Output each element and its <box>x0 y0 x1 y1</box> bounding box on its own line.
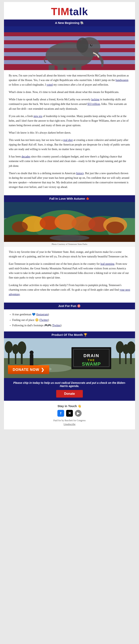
section1-p3: While I hate to speak badly about a frie… <box>9 97 130 111</box>
donate-now-arrow: ❯ <box>41 367 44 372</box>
section-new-beginning: A New Beginning 🐘 <box>4 20 135 195</box>
autumn-svg <box>4 202 135 242</box>
svg-point-42 <box>17 342 26 354</box>
svg-point-46 <box>116 341 124 353</box>
svg-rect-43 <box>30 354 33 366</box>
donate-now-label: DONATE NOW <box>13 368 39 372</box>
twitter-link-1[interactable]: Twitter <box>40 318 48 322</box>
header-talk: talk <box>69 6 88 17</box>
section1-p4: If you ask me, a fresh new era of leader… <box>9 114 130 128</box>
facebook-icon[interactable]: f <box>57 410 64 417</box>
svg-point-31 <box>12 221 28 232</box>
section3-content: → A true gentleman 💙 (Instagram) → Feeli… <box>4 309 135 332</box>
svg-point-50 <box>127 342 135 354</box>
donate-banner-text: Please chip in today to help us oust rad… <box>10 381 129 388</box>
fun-item-3: → Following in dad's footsteps 🎮🎮 (Twitt… <box>9 323 130 328</box>
section1-p2: What's done is done. Now, it's time to l… <box>9 90 130 94</box>
section1-banner: A New Beginning 🐘 <box>4 20 135 26</box>
unsubscribe-link[interactable]: Unsubscribe <box>64 423 75 426</box>
section2-banner: Fall In Love With Autumn 🍁 <box>4 195 135 202</box>
next-adventure-link[interactable]: your next adventure <box>9 288 130 296</box>
leaf-peeping-link[interactable]: leaf-peeping <box>101 262 114 265</box>
fun-item-1: → A true gentleman 💙 (Instagram) <box>9 312 130 317</box>
svg-point-44 <box>30 350 33 354</box>
lacking-link[interactable]: lacking <box>91 98 99 101</box>
social-icons: f ✕ ▶ <box>7 410 132 417</box>
instagram-link[interactable]: Instagram <box>37 313 48 316</box>
autumn-image <box>4 202 135 242</box>
svg-rect-18 <box>75 65 81 70</box>
hero-image <box>4 26 135 70</box>
section-just-for-fun: Just For Fun 🎯 → A true gentleman 💙 (Ins… <box>4 302 135 332</box>
real-shot-link[interactable]: real shot <box>63 138 73 142</box>
elephant-svg <box>4 26 135 70</box>
svg-rect-6 <box>4 36 135 40</box>
section1-content: By now, I'm sure you've heard all about … <box>4 70 135 195</box>
section-product: Product Of The Month 🏆 <box>4 332 135 378</box>
header-tim: TIM <box>51 6 69 17</box>
bandwagon-link[interactable]: bandwagon <box>116 79 129 82</box>
svg-rect-17 <box>67 65 72 70</box>
section1-p1: By now, I'm sure you've heard all about … <box>9 73 130 87</box>
history-link[interactable]: history <box>76 172 84 175</box>
section2-p1: This is my favorite time of year in the … <box>9 250 130 259</box>
fun-item-2: → Feeling out of place 😳 (Twitter) <box>9 318 130 322</box>
donate-now-button[interactable]: DONATE NOW ❯ <box>8 365 49 374</box>
section1-p6: This week has not been easy, but we now … <box>9 138 130 152</box>
svg-text:DRAIN: DRAIN <box>83 353 99 358</box>
svg-point-38 <box>5 341 13 353</box>
twitter-link-2[interactable]: Twitter <box>53 324 61 327</box>
donate-button[interactable]: Donate <box>56 390 83 398</box>
footer: Stay in Touch 👋 f ✕ ▶ Paid for by Burche… <box>4 401 135 430</box>
svg-point-12 <box>76 38 88 53</box>
section-autumn: Fall In Love With Autumn 🍁 <box>4 195 135 302</box>
svg-point-34 <box>50 235 89 241</box>
stay-in-touch: Stay in Touch 👋 <box>7 404 132 408</box>
33trillion-link[interactable]: $33 trillion <box>87 102 100 106</box>
svg-text:SWAMP: SWAMP <box>82 361 101 367</box>
header: TIMtalk <box>4 2 135 20</box>
section1-p8: There's no doubt that this is a defining… <box>9 171 130 189</box>
section4-banner: Product Of The Month 🏆 <box>4 332 135 338</box>
svg-point-14 <box>91 44 92 46</box>
product-image: DRAIN THE SWAMP DONATE NOW ❯ <box>4 338 135 378</box>
voted-link[interactable]: voted <box>46 83 53 86</box>
autumn-caption: Photo Courtesy of Tennessee State Parks <box>4 242 135 246</box>
decades-link[interactable]: decades <box>21 155 30 158</box>
section2-p3: Looking for other activities to enjoy wi… <box>9 283 130 296</box>
section3-banner: Just For Fun 🎯 <box>4 302 135 309</box>
svg-rect-16 <box>58 65 64 70</box>
svg-rect-1 <box>4 32 135 36</box>
section2-p2: East Tennessee in particular is consider… <box>9 262 130 280</box>
unsubscribe-wrapper: Unsubscribe <box>7 423 132 426</box>
section1-p5: What I do know is this: It's always dark… <box>9 130 130 135</box>
youtube-icon[interactable]: ▶ <box>75 410 82 417</box>
donate-banner: Please chip in today to help us oust rad… <box>4 378 135 401</box>
section2-content: This is my favorite time of year in the … <box>4 246 135 302</box>
new-era-link[interactable]: new era <box>33 115 42 118</box>
section1-p7: It has been decades since this country p… <box>9 154 130 168</box>
paid-by: Paid for by Burchett for Congress <box>7 419 132 422</box>
twitter-icon[interactable]: ✕ <box>66 410 73 417</box>
svg-point-32 <box>106 222 124 234</box>
svg-rect-15 <box>49 65 55 70</box>
